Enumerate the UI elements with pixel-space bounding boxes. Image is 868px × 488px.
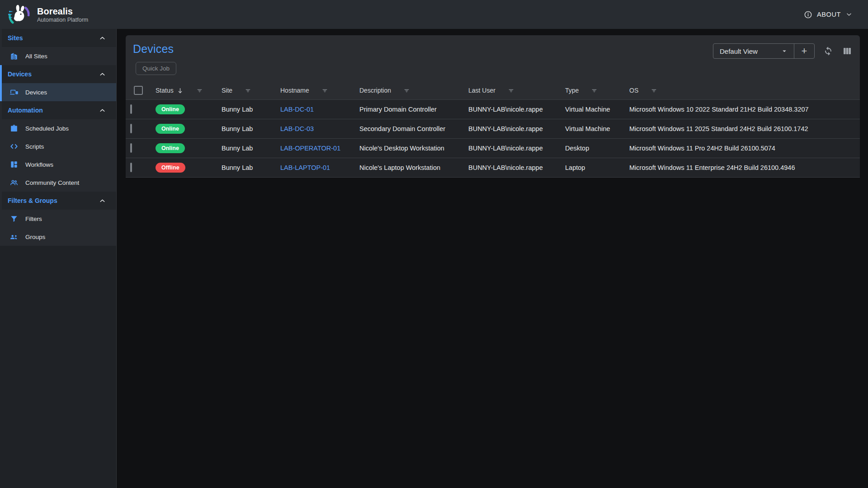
sidebar-item-label: All Sites: [25, 53, 47, 60]
add-view-button[interactable]: +: [794, 44, 814, 58]
column-header-os[interactable]: OS: [629, 87, 638, 94]
hostname-link[interactable]: LAB-DC-01: [277, 106, 356, 113]
filter-list-icon[interactable]: [244, 87, 252, 94]
filter-list-icon[interactable]: [403, 87, 410, 94]
sidebar-item-groups[interactable]: Groups: [2, 228, 116, 246]
sidebar-section-items: Filters Groups: [2, 210, 116, 246]
sidebar-section-items: Devices: [2, 83, 116, 101]
row-checkbox[interactable]: [130, 163, 132, 172]
sidebar-section-sites: Sites All Sites: [0, 29, 116, 65]
row-actions-button[interactable]: [843, 161, 854, 172]
brand-home-link[interactable]: Borealis Automation Platform: [7, 3, 88, 26]
sidebar-section-label: Sites: [8, 34, 23, 42]
site-cell: Bunny Lab: [218, 106, 277, 113]
description-cell: Nicole's Desktop Workstation: [356, 145, 465, 152]
info-icon: [804, 10, 812, 19]
status-badge: Online: [156, 104, 185, 114]
column-header-description[interactable]: Description: [359, 87, 391, 94]
sidebar-item-label: Scheduled Jobs: [25, 125, 69, 132]
table-row: Online Bunny Lab LAB-DC-03 Secondary Dom…: [126, 119, 860, 138]
sidebar-section-filters-groups: Filters & Groups Filters Groups: [0, 192, 116, 246]
sidebar-item-label: Devices: [25, 89, 47, 96]
column-label: Last User: [468, 87, 495, 94]
row-actions-button[interactable]: [843, 122, 854, 133]
column-header-site[interactable]: Site: [222, 87, 232, 94]
refresh-icon: [823, 46, 834, 56]
chevron-up-icon: [99, 107, 106, 114]
brand-title: Borealis: [37, 6, 88, 17]
chevron-up-icon: [99, 70, 106, 78]
table-row: Offline Bunny Lab LAB-LAPTOP-01 Nicole's…: [126, 158, 860, 177]
site-cell: Bunny Lab: [218, 164, 277, 171]
status-badge: Online: [156, 143, 185, 153]
site-cell: Bunny Lab: [218, 125, 277, 132]
select-all-checkbox[interactable]: [134, 86, 143, 95]
column-header-status[interactable]: Status: [156, 87, 184, 94]
os-cell: Microsoft Windows 11 Pro 24H2 Build 2610…: [626, 145, 837, 152]
code-icon: [9, 142, 19, 151]
funnel-icon: [9, 214, 19, 223]
filter-list-icon[interactable]: [590, 87, 598, 94]
columns-button[interactable]: [842, 46, 853, 56]
description-cell: Primary Domain Controller: [356, 106, 465, 113]
select-caret-icon: [780, 47, 788, 55]
sidebar-section-header[interactable]: Sites: [2, 29, 116, 47]
column-label: Status: [156, 87, 174, 94]
last-user-cell: BUNNY-LAB\nicole.rappe: [465, 125, 561, 132]
filter-list-icon[interactable]: [650, 87, 658, 94]
topbar: Borealis Automation Platform ABOUT: [0, 0, 868, 29]
sidebar-section-header[interactable]: Filters & Groups: [2, 192, 116, 210]
column-header-hostname[interactable]: Hostname: [280, 87, 309, 94]
row-actions-button[interactable]: [843, 142, 854, 153]
filter-list-icon[interactable]: [321, 87, 329, 94]
sidebar-item-workflows[interactable]: Workflows: [2, 155, 116, 174]
table-row: Online Bunny Lab LAB-DC-01 Primary Domai…: [126, 99, 860, 119]
sidebar-item-scripts[interactable]: Scripts: [2, 137, 116, 155]
sort-desc-icon: [176, 87, 184, 94]
sidebar-section-label: Automation: [8, 107, 43, 114]
hostname-link[interactable]: LAB-DC-03: [277, 125, 356, 132]
column-label: Description: [359, 87, 391, 94]
about-button[interactable]: ABOUT: [801, 7, 855, 23]
row-checkbox[interactable]: [130, 104, 132, 114]
os-cell: Microsoft Windows 10 2022 Standard 21H2 …: [626, 106, 837, 113]
column-label: Type: [565, 87, 579, 94]
sidebar-item-label: Filters: [25, 216, 42, 222]
brand-subtitle: Automation Platform: [37, 17, 88, 23]
row-checkbox[interactable]: [130, 143, 132, 153]
refresh-button[interactable]: [823, 46, 834, 56]
view-select[interactable]: Default View: [713, 44, 794, 58]
sidebar-item-scheduled-jobs[interactable]: Scheduled Jobs: [2, 119, 116, 137]
filter-list-icon[interactable]: [507, 87, 515, 94]
filter-list-icon[interactable]: [196, 87, 203, 94]
main-content: Devices Quick Job Default View +: [117, 29, 868, 488]
sidebar-item-community-content[interactable]: Community Content: [2, 174, 116, 192]
table-row: Online Bunny Lab LAB-OPERATOR-01 Nicole'…: [126, 138, 860, 158]
device-table: Status Site Hostname Descriptio: [126, 81, 860, 178]
sidebar-item-all-sites[interactable]: All Sites: [2, 47, 116, 65]
type-cell: Laptop: [561, 164, 626, 171]
hostname-link[interactable]: LAB-LAPTOP-01: [277, 164, 356, 171]
last-user-cell: BUNNY-LAB\nicole.rappe: [465, 106, 561, 113]
sidebar-item-label: Workflows: [25, 161, 53, 168]
sidebar-section-header[interactable]: Automation: [2, 101, 116, 119]
hostname-link[interactable]: LAB-OPERATOR-01: [277, 145, 356, 152]
sidebar-section-header[interactable]: Devices: [2, 65, 116, 83]
row-actions-button[interactable]: [843, 103, 854, 114]
sidebar-section-items: All Sites: [2, 47, 116, 65]
row-checkbox[interactable]: [130, 124, 132, 133]
briefcase-icon: [9, 124, 19, 133]
view-select-value: Default View: [720, 47, 758, 55]
workflow-icon: [9, 160, 19, 169]
last-user-cell: BUNNY-LAB\nicole.rappe: [465, 145, 561, 152]
sidebar-section-label: Filters & Groups: [8, 197, 57, 204]
chevron-down-icon: [845, 11, 853, 18]
quick-job-button[interactable]: Quick Job: [136, 62, 176, 75]
sidebar-item-label: Groups: [25, 234, 45, 240]
column-header-type[interactable]: Type: [565, 87, 579, 94]
sidebar-item-filters[interactable]: Filters: [2, 210, 116, 228]
column-label: Hostname: [280, 87, 309, 94]
column-header-last-user[interactable]: Last User: [468, 87, 495, 94]
sidebar-item-label: Community Content: [25, 179, 79, 186]
sidebar-item-devices[interactable]: Devices: [2, 83, 116, 101]
